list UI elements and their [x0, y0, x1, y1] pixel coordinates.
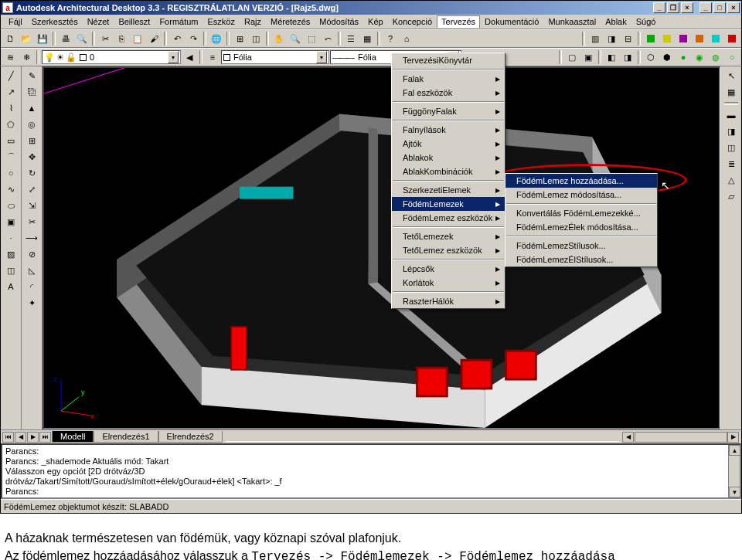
- scroll-up-icon[interactable]: ▲: [729, 445, 740, 456]
- 3d-viewport[interactable]: z y x TervezésiKönyvtár Falak▶ Fal eszkö…: [43, 66, 720, 429]
- menu-file[interactable]: Fájl: [4, 15, 27, 28]
- explode-icon[interactable]: ✦: [24, 295, 39, 311]
- menu-image[interactable]: Kép: [363, 15, 388, 28]
- stair-icon[interactable]: ≣: [723, 156, 739, 171]
- layer-combo[interactable]: 💡 ☀ 🔓 0 ▼: [42, 50, 181, 64]
- layer-prev-icon[interactable]: ◀: [182, 49, 197, 65]
- linetype-icon[interactable]: ≡: [205, 49, 220, 65]
- text-icon[interactable]: A: [3, 279, 19, 294]
- open-icon[interactable]: 📂: [19, 31, 34, 46]
- menu-insert[interactable]: Beilleszt: [114, 15, 155, 28]
- menu-doc[interactable]: Dokumentáció: [480, 15, 543, 28]
- view-top-icon[interactable]: ▢: [564, 49, 580, 65]
- line-icon[interactable]: ╱: [3, 68, 19, 83]
- menu-tools[interactable]: Eszköz: [203, 15, 240, 28]
- redo-icon[interactable]: ↷: [186, 31, 201, 46]
- mirror-icon[interactable]: ▲: [24, 100, 39, 116]
- door-icon[interactable]: ◨: [723, 124, 739, 139]
- chevron-down-icon[interactable]: ▼: [168, 51, 179, 63]
- orange-cube-icon[interactable]: [692, 31, 707, 46]
- color-combo[interactable]: Fólia ▼: [221, 50, 329, 64]
- tab-first-icon[interactable]: ⏮: [2, 432, 14, 443]
- menu-window[interactable]: Ablak: [601, 15, 631, 28]
- shade-wire-icon[interactable]: ⬡: [643, 49, 659, 65]
- trim-icon[interactable]: ✂: [24, 214, 39, 229]
- menu-item[interactable]: Lépcsők▶: [392, 262, 505, 276]
- menu-design[interactable]: Tervezés: [437, 15, 480, 28]
- menu-item[interactable]: Ablakok▶: [392, 151, 505, 165]
- menu-help[interactable]: Súgó: [631, 15, 661, 28]
- help-icon[interactable]: ?: [383, 31, 398, 46]
- menu-item[interactable]: Ajtók▶: [392, 137, 505, 151]
- scale-icon[interactable]: ⤢: [24, 182, 39, 197]
- print-icon[interactable]: 🖶: [58, 31, 73, 46]
- slab-icon[interactable]: ▱: [723, 188, 739, 204]
- menu-item[interactable]: FödémLemez módosítása...: [505, 188, 657, 202]
- pan-icon[interactable]: ✋: [271, 31, 287, 46]
- chevron-down-icon[interactable]: ▼: [316, 51, 327, 63]
- roof-icon[interactable]: △: [723, 172, 739, 188]
- minimize-sub-button[interactable]: _: [653, 2, 665, 13]
- menu-item[interactable]: RaszterHálók▶: [392, 294, 505, 308]
- polygon-icon[interactable]: ⬠: [3, 117, 19, 132]
- shade-gouraud-icon[interactable]: ◉: [692, 49, 707, 65]
- ext-tool-icon[interactable]: ⊟: [620, 31, 635, 46]
- rotate-icon[interactable]: ↻: [24, 165, 39, 181]
- red-cube-icon[interactable]: [724, 31, 740, 46]
- menu-modify[interactable]: Módosítás: [315, 15, 363, 28]
- cut-icon[interactable]: ✂: [97, 31, 113, 46]
- menu-item[interactable]: FödémLemez eszközök▶: [392, 211, 505, 225]
- vscrollbar[interactable]: ▲ ▼: [728, 445, 740, 497]
- menu-item[interactable]: SzerkezetiElemek▶: [392, 183, 505, 197]
- extend-icon[interactable]: ⟶: [24, 230, 39, 246]
- move-icon[interactable]: ✥: [24, 149, 39, 165]
- dbconnect-icon[interactable]: ▦: [359, 31, 375, 46]
- tab-model[interactable]: Modell: [52, 431, 94, 443]
- wall-icon[interactable]: ▬: [723, 107, 739, 123]
- shade-g3-icon[interactable]: ○: [724, 49, 740, 65]
- menu-item[interactable]: FödémLemezÉlek módosítása...: [505, 220, 657, 234]
- pline-icon[interactable]: ⌇: [3, 100, 19, 116]
- close-button[interactable]: ×: [727, 2, 740, 13]
- yellow-cube-icon[interactable]: [659, 31, 675, 46]
- arc-icon[interactable]: ⌒: [3, 149, 19, 165]
- layer-freeze-icon[interactable]: ❄: [19, 49, 34, 65]
- maximize-button[interactable]: □: [713, 2, 726, 13]
- ellipse-icon[interactable]: ⬭: [3, 198, 19, 213]
- circle-icon[interactable]: ○: [3, 165, 19, 181]
- region-icon[interactable]: ◫: [3, 263, 19, 278]
- xline-icon[interactable]: ↗: [3, 84, 19, 100]
- hatch-icon[interactable]: ▨: [3, 246, 19, 262]
- rectangle-icon[interactable]: ▭: [3, 133, 19, 148]
- menu-draw[interactable]: Rajz: [240, 15, 266, 28]
- osnap-icon[interactable]: ⊞: [232, 31, 247, 46]
- menu-item-add-slab[interactable]: FödémLemez hozzáadása...: [505, 174, 657, 188]
- preview-icon[interactable]: 🔍: [74, 31, 90, 46]
- restore-sub-button[interactable]: ❐: [667, 2, 679, 13]
- model-views-icon[interactable]: ▥: [587, 31, 603, 46]
- menu-item[interactable]: Korlátok▶: [392, 276, 505, 290]
- menu-concept[interactable]: Koncepció: [388, 15, 437, 28]
- menu-item[interactable]: FödémLemezÉlStílusok...: [505, 253, 657, 266]
- today-icon[interactable]: ⌂: [399, 31, 414, 46]
- hscrollbar[interactable]: [635, 432, 727, 443]
- copy-icon[interactable]: ⎘: [114, 31, 129, 46]
- window-icon[interactable]: ◫: [723, 140, 739, 155]
- erase-icon[interactable]: ✎: [24, 68, 39, 83]
- group-icon[interactable]: ▦: [723, 84, 739, 100]
- tab-prev-icon[interactable]: ◀: [15, 432, 26, 443]
- menu-item[interactable]: Falnyílások▶: [392, 123, 505, 137]
- menu-format[interactable]: Formátum: [155, 15, 203, 28]
- hscroll-left-icon[interactable]: ◀: [622, 432, 634, 443]
- copy2-icon[interactable]: ⿻: [24, 84, 39, 100]
- view-front-icon[interactable]: ▣: [580, 49, 596, 65]
- menu-item[interactable]: TervezésiKönyvtár: [392, 53, 505, 67]
- green-cube-icon[interactable]: [643, 31, 659, 46]
- shade-hidden-icon[interactable]: ⬢: [659, 49, 675, 65]
- menu-edit[interactable]: Szerkesztés: [27, 15, 83, 28]
- save-icon[interactable]: 💾: [35, 31, 50, 46]
- menu-item[interactable]: AblakKombinációk▶: [392, 165, 505, 178]
- menu-item-slabs[interactable]: FödémLemezek▶: [392, 197, 505, 211]
- shade-flat-icon[interactable]: ●: [676, 49, 691, 65]
- spline-icon[interactable]: ∿: [3, 182, 19, 197]
